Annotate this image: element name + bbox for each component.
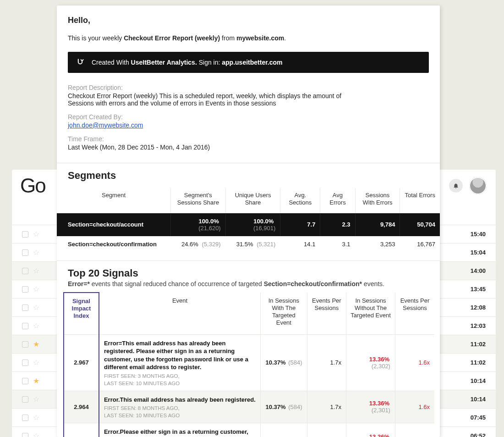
intro-report-name: Checkout Error Report (weekly) (124, 34, 220, 42)
time-frame-label: Time Frame: (68, 135, 429, 143)
signals-col-event: Event (99, 293, 261, 335)
segments-col-avg-sections: Avg. Sections (280, 188, 320, 213)
time-frame: Last Week (Mon, 28 Dec 2015 - Mon, 4 Jan… (68, 144, 429, 151)
segments-col-share-sessions: Segment's Sessions Share (171, 188, 226, 213)
signal-eps-with: 1.7x (307, 334, 346, 391)
signal-event: Error.Please either sign in as a returni… (99, 423, 261, 437)
banner-product: UseItBetter Analytics. (131, 59, 197, 66)
signals-title: Top 20 Signals (57, 261, 440, 279)
inbox-row-time: 10:14 (471, 377, 486, 384)
signal-first-seen: FIRST SEEN: 3 MONTHS AGO, (104, 373, 256, 379)
row-checkbox[interactable] (22, 378, 28, 384)
segment-share-users: 31.5% (5,321) (225, 236, 280, 252)
row-checkbox[interactable] (22, 231, 28, 238)
row-checkbox[interactable] (22, 304, 28, 311)
signals-table: Signal Impact Index Event In Sessions Wi… (63, 292, 434, 437)
star-icon[interactable]: ★ (33, 376, 39, 385)
row-checkbox[interactable] (22, 360, 28, 366)
brand-logo-text: Go (20, 174, 45, 197)
intro-prefix: This is your weekly (68, 34, 124, 42)
report-description-label: Report Description: (68, 84, 429, 91)
bell-icon (453, 183, 459, 189)
report-created-by-label: Report Created By: (68, 113, 429, 121)
segments-table-row: Section=checkout/account100.0% (21,620)1… (57, 213, 440, 236)
inbox-row-time: 10:14 (471, 396, 486, 403)
row-checkbox[interactable] (22, 286, 28, 293)
segment-share-sessions: 24.6% (5,329) (171, 236, 226, 252)
signals-table-row: 2.967 Error=This email address has alrea… (64, 334, 434, 391)
intro-site: mywebsite.com (236, 34, 284, 42)
inbox-row-time: 11:02 (471, 359, 486, 366)
inbox-row-time: 15:04 (471, 249, 486, 256)
segments-col-avg-errors: Avg Errors (320, 188, 355, 213)
row-checkbox[interactable] (22, 396, 28, 403)
star-icon[interactable]: ☆ (33, 248, 39, 257)
report-created-by-link[interactable]: john.doe@mywebsite.com (68, 122, 143, 129)
user-avatar[interactable] (469, 177, 487, 194)
inbox-row-time: 12:03 (471, 322, 486, 329)
signal-last-seen: LAST SEEN: 10 MINUTES AGO (104, 413, 256, 418)
signal-impact-index: 2.964 (64, 391, 99, 423)
intro-suffix: . (284, 34, 286, 42)
segment-sessions-with-errors: 9,784 (355, 213, 400, 236)
signals-col-eps-with: Events Per Sessions (307, 293, 346, 335)
signals-col-eps-without: Events Per Sessions (395, 293, 434, 335)
row-checkbox[interactable] (22, 341, 28, 348)
signals-sub-mid: events that signal reduced chance of occ… (92, 280, 264, 288)
report-card: Hello, This is your weekly Checkout Erro… (57, 6, 440, 437)
intro-line: This is your weekly Checkout Error Repor… (68, 34, 429, 42)
signals-col-in-with: In Sessions With The Targeted Event (261, 293, 307, 335)
banner-prefix: Created With (92, 59, 131, 66)
signals-table-row: 2.964 Error.Please either sign in as a r… (64, 423, 434, 437)
banner-signin-prefix: Sign in: (199, 59, 222, 66)
star-icon[interactable]: ☆ (33, 303, 39, 312)
signal-event-title: Error.This email address has already bee… (104, 396, 256, 404)
signal-event: Error.This email address has already bee… (99, 391, 261, 423)
signal-in-without: 13.36% (2,301) (346, 423, 395, 437)
segments-table: Segment Segment's Sessions Share Unique … (57, 188, 440, 252)
row-checkbox[interactable] (22, 249, 28, 256)
notifications-button[interactable] (449, 179, 463, 193)
segment-sessions-with-errors: 3,253 (355, 236, 400, 252)
inbox-row-time: 14:00 (471, 267, 486, 274)
signals-sub-suffix: events. (362, 280, 384, 288)
segments-col-segment: Segment (57, 188, 171, 213)
star-icon[interactable]: ☆ (33, 431, 39, 437)
signal-last-seen: LAST SEEN: 10 MINUTES AGO (104, 381, 256, 386)
signals-col-in-without: In Sessions Without The Targeted Event (346, 293, 395, 335)
signals-subtitle: Error=* events that signal reduced chanc… (57, 279, 440, 292)
signal-in-without: 13.36% (2,301) (346, 391, 395, 423)
segments-col-total-errors: Total Errors (400, 188, 440, 213)
banner-signin-link[interactable]: app.useitbetter.com (222, 59, 282, 66)
signal-eps-without: 1.6x (395, 423, 434, 437)
star-icon[interactable]: ☆ (33, 321, 39, 330)
star-icon[interactable]: ☆ (33, 230, 39, 238)
signal-in-without: 13.36% (2,302) (346, 334, 395, 391)
signal-event-title: Error.Please either sign in as a returni… (104, 428, 256, 437)
signal-event-title: Error=This email address has already bee… (104, 339, 256, 371)
report-description: Checkout Error Report (weekly) This is a… (68, 92, 361, 107)
row-checkbox[interactable] (22, 323, 28, 329)
signals-col-sii: Signal Impact Index (64, 293, 99, 335)
segment-avg-sections: 14.1 (280, 236, 320, 252)
star-icon[interactable]: ★ (33, 340, 39, 348)
star-icon[interactable]: ☆ (33, 358, 39, 367)
segment-total-errors: 16,767 (400, 236, 440, 252)
segment-total-errors: 50,704 (400, 213, 440, 236)
inbox-row-time: 12:08 (471, 304, 486, 311)
product-logo-icon (75, 57, 85, 67)
segments-table-row: Section=checkout/confirmation24.6% (5,32… (57, 236, 440, 252)
signal-in-with: 10.37% (584) (261, 391, 307, 423)
star-icon[interactable]: ☆ (33, 413, 39, 422)
segment-name: Section=checkout/confirmation (57, 236, 171, 252)
star-icon[interactable]: ☆ (33, 285, 39, 293)
signals-table-row: 2.964 Error.This email address has alrea… (64, 391, 434, 423)
row-checkbox[interactable] (22, 433, 28, 437)
star-icon[interactable]: ☆ (33, 395, 39, 404)
row-checkbox[interactable] (22, 268, 28, 274)
star-icon[interactable]: ☆ (33, 266, 39, 275)
row-checkbox[interactable] (22, 415, 28, 421)
inbox-row-time: 13:45 (471, 286, 486, 293)
signal-impact-index: 2.964 (64, 423, 99, 437)
signal-first-seen: FIRST SEEN: 8 MONTHS AGO, (104, 405, 256, 411)
